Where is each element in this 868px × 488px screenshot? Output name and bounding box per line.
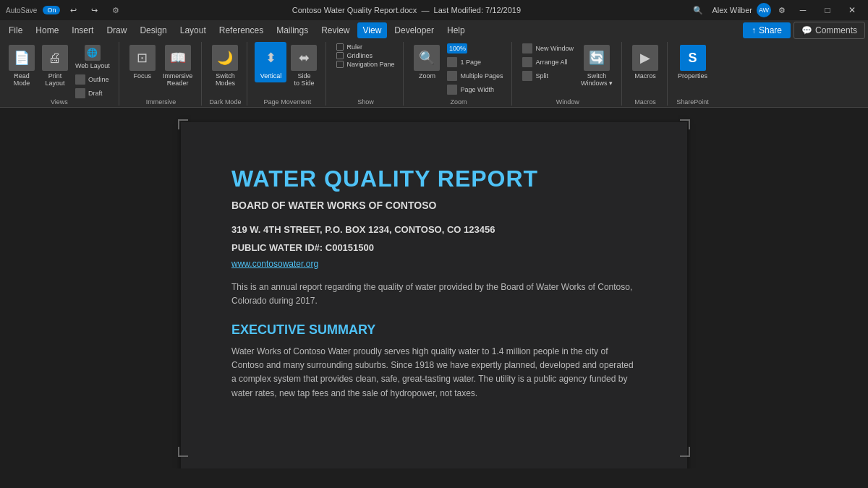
pagemovement-buttons: ⬍ Vertical ⬌ Sideto Side [255, 42, 320, 106]
document-title: WATER QUALITY REPORT [231, 166, 637, 192]
print-layout-icon: 🖨 [42, 45, 68, 71]
navigation-pane-checkbox[interactable]: Navigation Pane [336, 61, 394, 68]
print-layout-button[interactable]: 🖨 PrintLayout [39, 42, 71, 90]
multi-page-button[interactable]: Multiple Pages [444, 69, 506, 82]
focus-button[interactable]: ⊡ Focus [127, 42, 158, 82]
split-button[interactable]: Split [519, 69, 576, 82]
close-button[interactable]: ✕ [842, 0, 862, 20]
show-label: Show [357, 98, 374, 106]
views-label: Views [51, 98, 68, 106]
document-area: WATER QUALITY REPORT BOARD OF WATER WORK… [0, 108, 868, 468]
ribbon-group-pagemovement: ⬍ Vertical ⬌ Sideto Side Page Movement [249, 42, 326, 106]
menu-view[interactable]: View [357, 22, 388, 38]
menu-draw[interactable]: Draw [101, 22, 132, 38]
user-avatar: AW [757, 3, 771, 17]
macros-icon: ▶ [632, 45, 658, 71]
zoom-buttons: 🔍 Zoom 100% 1 Page Multiple Pages [411, 42, 506, 106]
web-layout-icon: 🌐 [85, 45, 101, 61]
autosave-toggle[interactable]: On [43, 6, 60, 14]
read-mode-icon: 📄 [9, 45, 35, 71]
document-page: WATER QUALITY REPORT BOARD OF WATER WORK… [181, 122, 687, 468]
corner-mark-tr [680, 119, 690, 129]
views-small-group: 🌐 Web Layout Outline Draft [72, 42, 113, 100]
ribbon-group-darkmode: 🌙 SwitchModes Dark Mode [203, 42, 247, 106]
switch-windows-button[interactable]: 🔄 SwitchWindows ▾ [578, 42, 616, 90]
multi-page-icon [447, 71, 457, 81]
window-buttons: New Window Arrange All Split 🔄 SwitchWin… [519, 42, 616, 106]
darkmode-label: Dark Mode [209, 98, 241, 106]
ruler-checkbox[interactable]: Ruler [336, 43, 394, 51]
split-icon [522, 71, 532, 81]
page-container: WATER QUALITY REPORT BOARD OF WATER WORK… [181, 122, 687, 454]
autosave-label: AutoSave [6, 7, 37, 14]
menu-design[interactable]: Design [134, 22, 172, 38]
settings-icon[interactable]: ⚙ [775, 4, 788, 17]
gridlines-checkbox[interactable]: Gridlines [336, 52, 394, 59]
ribbon: 📄 ReadMode 🖨 PrintLayout 🌐 Web Layout Ou… [0, 40, 868, 108]
ribbon-group-zoom: 🔍 Zoom 100% 1 Page Multiple Pages [405, 42, 512, 106]
outline-button[interactable]: Outline [72, 73, 113, 86]
document-website[interactable]: www.contosowater.org [231, 259, 637, 269]
ruler-check-box [336, 43, 344, 51]
web-layout-button[interactable]: 🌐 Web Layout [72, 42, 113, 72]
section1-body: Water Works of Contoso Water proudly ser… [231, 345, 637, 401]
menu-insert[interactable]: Insert [66, 22, 99, 38]
pagemovement-label: Page Movement [264, 98, 312, 106]
search-icon[interactable]: 🔍 [689, 4, 707, 17]
last-modified: Last Modified: 7/12/2019 [434, 6, 521, 14]
share-icon: ↑ [752, 25, 756, 35]
arrange-all-button[interactable]: Arrange All [519, 56, 576, 69]
maximize-button[interactable]: □ [817, 0, 838, 20]
minimize-button[interactable]: ─ [793, 0, 813, 20]
menu-layout[interactable]: Layout [174, 22, 212, 38]
share-button[interactable]: ↑ Share [743, 22, 791, 38]
draft-button[interactable]: Draft [72, 87, 113, 100]
side-to-side-icon: ⬌ [291, 45, 317, 71]
user-name: Alex Wilber [712, 6, 752, 14]
window-label: Window [556, 98, 579, 106]
ribbon-group-window: New Window Arrange All Split 🔄 SwitchWin… [514, 42, 622, 106]
one-page-button[interactable]: 1 Page [444, 56, 506, 69]
gridlines-check-box [336, 52, 344, 59]
switch-modes-button[interactable]: 🌙 SwitchModes [209, 42, 241, 90]
switch-modes-icon: 🌙 [212, 45, 238, 71]
immersive-reader-icon: 📖 [165, 45, 191, 71]
comments-icon: 💬 [801, 25, 812, 35]
menu-right: ↑ Share 💬 Comments [743, 22, 865, 39]
menu-references[interactable]: References [213, 22, 269, 38]
title-bar-center: Contoso Water Quality Report.docx — Last… [124, 6, 689, 14]
focus-icon: ⊡ [129, 45, 156, 71]
darkmode-buttons: 🌙 SwitchModes [209, 42, 241, 106]
menu-mailings[interactable]: Mailings [271, 22, 314, 38]
draft-icon [75, 88, 85, 98]
ribbon-group-macros: ▶ Macros Macros [624, 42, 668, 106]
ribbon-group-immersive: ⊡ Focus 📖 ImmersiveReader Immersive [121, 42, 203, 106]
read-mode-button[interactable]: 📄 ReadMode [6, 42, 38, 90]
undo-button[interactable]: ↩ [66, 4, 81, 17]
immersive-reader-button[interactable]: 📖 ImmersiveReader [160, 42, 196, 90]
macros-button[interactable]: ▶ Macros [629, 42, 661, 82]
ribbon-group-sharepoint: S Properties SharePoint [669, 42, 716, 106]
page-width-button[interactable]: Page Width [444, 83, 506, 96]
file-name: Contoso Water Quality Report.docx [292, 6, 417, 14]
zoom-button[interactable]: 🔍 Zoom [411, 42, 443, 82]
comments-button[interactable]: 💬 Comments [793, 22, 865, 39]
menu-review[interactable]: Review [315, 22, 355, 38]
menu-home[interactable]: Home [30, 22, 64, 38]
one-page-icon [447, 57, 457, 67]
show-checkboxes: Ruler Gridlines Navigation Pane [333, 42, 397, 69]
views-buttons: 📄 ReadMode 🖨 PrintLayout 🌐 Web Layout Ou… [6, 42, 113, 106]
zoom-100-button[interactable]: 100% [444, 42, 506, 55]
redo-button[interactable]: ↪ [87, 4, 102, 17]
properties-button[interactable]: S Properties [675, 42, 710, 82]
menu-file[interactable]: File [3, 22, 28, 38]
document-subtitle: BOARD OF WATER WORKS OF CONTOSO [231, 200, 637, 211]
side-to-side-button[interactable]: ⬌ Sideto Side [288, 42, 320, 90]
menu-developer[interactable]: Developer [388, 22, 440, 38]
menu-help[interactable]: Help [441, 22, 471, 38]
title-bar: AutoSave On ↩ ↪ ⚙ Contoso Water Quality … [0, 0, 868, 20]
vertical-button[interactable]: ⬍ Vertical [255, 42, 286, 82]
new-window-button[interactable]: New Window [519, 42, 576, 55]
ribbon-content: 📄 ReadMode 🖨 PrintLayout 🌐 Web Layout Ou… [0, 40, 868, 107]
macros-buttons: ▶ Macros [629, 42, 661, 106]
